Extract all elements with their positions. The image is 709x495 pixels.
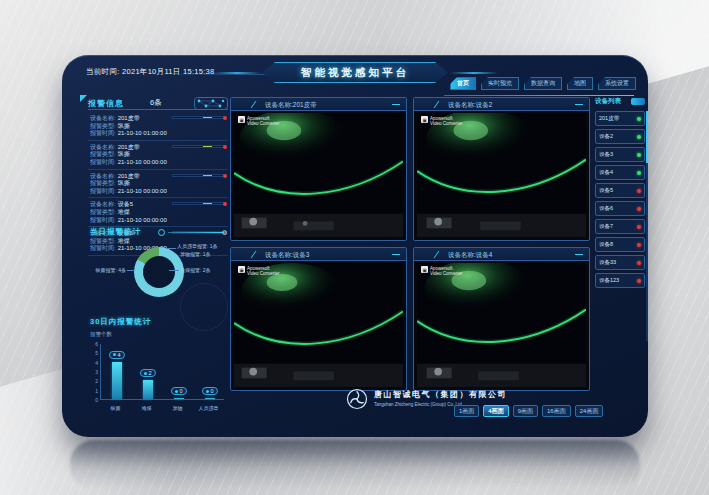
tab-home[interactable]: 首页 <box>450 77 476 90</box>
slash-decor-icon <box>434 101 446 108</box>
donut-label: 纵撕报警: 4条 <box>70 267 126 273</box>
bar-column: 2 <box>132 344 163 399</box>
decor-line <box>168 232 224 233</box>
video-panel-3[interactable]: 设备名称:设备3 <box>230 247 407 391</box>
device-list-panel: 设备列表 201皮带 设备2 设备3 设备4 设备5 设备6 设备7 设备8 设… <box>595 95 645 291</box>
donut-tick <box>166 248 176 249</box>
bar-value-bubble: 4 <box>108 351 124 359</box>
donut-tick <box>127 270 135 271</box>
video-title: 设备名称:设备4 <box>448 248 492 261</box>
minimize-dash-icon <box>575 104 583 105</box>
video-title: 设备名称:设备3 <box>265 248 309 261</box>
device-row[interactable]: 设备7 <box>595 219 645 234</box>
bar-column: 0 <box>194 344 225 399</box>
minimize-dash-icon <box>575 254 583 255</box>
tab-map[interactable]: 地图 <box>567 77 593 90</box>
month-stats-title: 30日内报警统计 <box>90 317 151 327</box>
layout-button-16[interactable]: 16画面 <box>542 405 571 417</box>
scrollbar-thumb[interactable] <box>646 111 648 163</box>
tab-settings[interactable]: 系统设置 <box>598 77 636 90</box>
device-row[interactable]: 设备33 <box>595 255 645 270</box>
bar-column: 4 <box>101 344 132 399</box>
video-panel-2[interactable]: 设备名称:设备2 <box>413 97 590 241</box>
tab-data-query[interactable]: 数据查询 <box>524 77 562 90</box>
slash-decor-icon <box>434 251 446 258</box>
device-list-action-button[interactable] <box>631 98 645 105</box>
status-dot <box>637 189 641 193</box>
status-dot <box>637 261 641 265</box>
alarm-progress-bar <box>172 116 226 119</box>
panel-reflection <box>70 440 640 490</box>
today-stats-title: 当日报警统计 <box>90 227 141 237</box>
top-nav-tabs: 首页 实时预览 数据查询 地图 系统设置 <box>450 77 636 90</box>
dashboard-panel: 当前时间: 2021年10月11日 15:15:38 智能视觉感知平台 首页 实… <box>62 55 648 437</box>
layout-button-4[interactable]: 4画面 <box>483 405 508 417</box>
status-dot <box>637 135 641 139</box>
bar <box>205 398 215 399</box>
video-feed: ▣ ApowersoftVideo Converter <box>417 263 586 387</box>
device-row[interactable]: 设备8 <box>595 237 645 252</box>
slash-decor-icon <box>251 251 263 258</box>
video-scene <box>234 113 403 237</box>
watermark-logo-icon: ▣ <box>421 266 428 273</box>
donut-label: 堆煤报警: 2条 <box>180 267 211 273</box>
alarm-item[interactable]: 设备名称:201皮带 报警类型:纵撕 报警时间:21-10-10 01:00:0… <box>88 112 228 141</box>
layout-button-9[interactable]: 9画面 <box>513 405 538 417</box>
bar <box>112 362 122 399</box>
alarm-progress-bar <box>172 174 226 177</box>
alarm-item[interactable]: 设备名称:设备5 报警类型:堆煤 报警时间:21-10-10 00:00:00 <box>88 198 228 227</box>
desktop-background: 当前时间: 2021年10月11日 15:15:38 智能视觉感知平台 首页 实… <box>0 0 709 495</box>
donut-tick <box>169 270 179 271</box>
bar-chart-yticks: 6543210 <box>90 341 100 403</box>
alarm-panel-title: 报警信息 <box>88 98 124 109</box>
device-row[interactable]: 201皮带 <box>595 111 645 126</box>
decor-ring <box>158 229 165 236</box>
video-panel-1[interactable]: 设备名称:201皮带 <box>230 97 407 241</box>
device-row[interactable]: 设备5 <box>595 183 645 198</box>
corner-accent <box>80 95 87 102</box>
network-nodes-icon <box>194 97 228 110</box>
video-grid: 设备名称:201皮带 <box>230 97 590 391</box>
bar-chart-plot: 4 2 0 0 <box>100 344 224 400</box>
title-wing-right <box>450 72 498 74</box>
minimize-dash-icon <box>392 104 400 105</box>
video-scene <box>417 113 586 237</box>
watermark: ▣ ApowersoftVideo Converter <box>421 116 462 126</box>
video-header: 设备名称:201皮带 <box>231 98 406 111</box>
tab-live-preview[interactable]: 实时预览 <box>481 77 519 90</box>
device-row[interactable]: 设备2 <box>595 129 645 144</box>
bar-column: 0 <box>163 344 194 399</box>
alarm-item[interactable]: 设备名称:201皮带 报警类型:纵撕 报警时间:21-10-10 00:00:0… <box>88 141 228 170</box>
bar <box>174 398 184 399</box>
status-dot <box>637 153 641 157</box>
video-header: 设备名称:设备4 <box>414 248 589 261</box>
layout-button-1[interactable]: 1画面 <box>454 405 479 417</box>
watermark-logo-icon: ▣ <box>238 116 245 123</box>
video-panel-4[interactable]: 设备名称:设备4 <box>413 247 590 391</box>
device-list-header: 设备列表 <box>595 95 645 107</box>
video-header: 设备名称:设备3 <box>231 248 406 261</box>
layout-button-24[interactable]: 24画面 <box>575 405 604 417</box>
device-row[interactable]: 设备3 <box>595 147 645 162</box>
company-name-cn: 唐山智诚电气（集团）有限公司 <box>374 389 507 400</box>
watermark: ▣ ApowersoftVideo Converter <box>421 266 462 276</box>
donut-label: 异物报警: 1条 <box>180 251 211 257</box>
minimize-dash-icon <box>392 254 400 255</box>
video-scene <box>417 263 586 387</box>
device-row[interactable]: 设备6 <box>595 201 645 216</box>
status-dot <box>637 171 641 175</box>
device-list-scrollbar[interactable] <box>646 111 648 341</box>
device-row[interactable]: 设备4 <box>595 165 645 180</box>
video-header: 设备名称:设备2 <box>414 98 589 111</box>
video-scene <box>234 263 403 387</box>
ghost-logo <box>180 283 228 331</box>
alarm-item[interactable]: 设备名称:201皮带 报警类型:纵撕 报警时间:21-10-10 00:00:0… <box>88 170 228 199</box>
bar-chart-xlabels: 纵撕 堆煤 异物 人员违章 <box>100 403 224 411</box>
company-logo <box>346 388 368 410</box>
alarm-progress-bar <box>172 202 226 205</box>
company-info: 唐山智诚电气（集团）有限公司 Tangshan Zhicheng Electri… <box>374 389 507 407</box>
device-row[interactable]: 设备123 <box>595 273 645 288</box>
bar <box>143 380 153 399</box>
video-feed: ▣ ApowersoftVideo Converter <box>234 113 403 237</box>
watermark: ▣ ApowersoftVideo Converter <box>238 116 279 126</box>
